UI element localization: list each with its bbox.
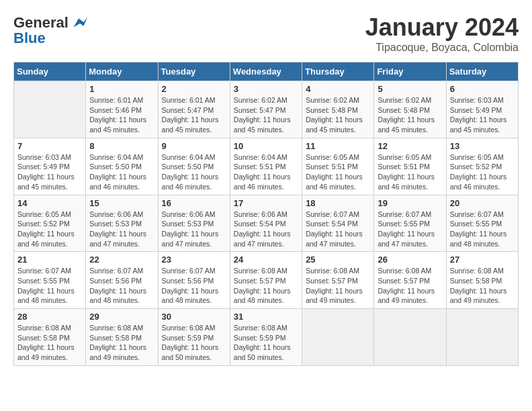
day-info: Sunrise: 6:08 AMSunset: 5:58 PMDaylight:…: [450, 266, 515, 306]
calendar-cell: 22Sunrise: 6:07 AMSunset: 5:56 PMDayligh…: [86, 252, 158, 309]
calendar-cell: 31Sunrise: 6:08 AMSunset: 5:59 PMDayligh…: [230, 309, 302, 366]
logo-blue-text: Blue: [13, 30, 46, 47]
day-number: 25: [306, 255, 370, 265]
day-info: Sunrise: 6:08 AMSunset: 5:58 PMDaylight:…: [89, 323, 154, 363]
calendar-cell: 6Sunrise: 6:03 AMSunset: 5:49 PMDaylight…: [446, 81, 518, 138]
day-info: Sunrise: 6:08 AMSunset: 5:57 PMDaylight:…: [306, 266, 370, 306]
logo-bird-icon: [70, 13, 89, 32]
day-number: 10: [234, 141, 298, 151]
day-header-wednesday: Wednesday: [230, 62, 302, 81]
calendar-cell: 12Sunrise: 6:05 AMSunset: 5:51 PMDayligh…: [374, 138, 446, 195]
calendar-cell: 27Sunrise: 6:08 AMSunset: 5:58 PMDayligh…: [446, 252, 518, 309]
day-info: Sunrise: 6:07 AMSunset: 5:55 PMDaylight:…: [17, 266, 82, 306]
day-header-friday: Friday: [374, 62, 446, 81]
day-number: 30: [162, 312, 226, 322]
day-info: Sunrise: 6:05 AMSunset: 5:51 PMDaylight:…: [378, 152, 442, 192]
day-info: Sunrise: 6:08 AMSunset: 5:57 PMDaylight:…: [378, 266, 442, 306]
day-info: Sunrise: 6:07 AMSunset: 5:55 PMDaylight:…: [378, 210, 442, 249]
day-number: 16: [162, 198, 226, 208]
day-number: 12: [378, 141, 442, 151]
calendar-cell: [302, 309, 374, 366]
calendar-cell: 29Sunrise: 6:08 AMSunset: 5:58 PMDayligh…: [86, 309, 158, 366]
day-info: Sunrise: 6:03 AMSunset: 5:49 PMDaylight:…: [450, 95, 515, 135]
calendar-cell: 1Sunrise: 6:01 AMSunset: 5:46 PMDaylight…: [86, 81, 158, 138]
calendar-cell: 14Sunrise: 6:05 AMSunset: 5:52 PMDayligh…: [14, 195, 86, 252]
day-number: 19: [378, 198, 442, 208]
calendar-table: SundayMondayTuesdayWednesdayThursdayFrid…: [13, 62, 519, 366]
day-number: 20: [450, 198, 515, 208]
day-info: Sunrise: 6:06 AMSunset: 5:53 PMDaylight:…: [162, 210, 226, 249]
day-header-thursday: Thursday: [302, 62, 374, 81]
calendar-cell: 7Sunrise: 6:03 AMSunset: 5:49 PMDaylight…: [14, 138, 86, 195]
day-number: 8: [89, 141, 154, 151]
header: General Blue January 2024 Tipacoque, Boy…: [13, 13, 519, 54]
week-row-1: 1Sunrise: 6:01 AMSunset: 5:46 PMDaylight…: [14, 81, 519, 138]
day-number: 6: [450, 84, 515, 94]
day-header-tuesday: Tuesday: [158, 62, 230, 81]
calendar-cell: 17Sunrise: 6:06 AMSunset: 5:54 PMDayligh…: [230, 195, 302, 252]
day-info: Sunrise: 6:08 AMSunset: 5:59 PMDaylight:…: [162, 323, 226, 363]
day-number: 31: [234, 312, 298, 322]
calendar-cell: 30Sunrise: 6:08 AMSunset: 5:59 PMDayligh…: [158, 309, 230, 366]
day-number: 22: [89, 255, 154, 265]
day-number: 13: [450, 141, 515, 151]
day-info: Sunrise: 6:05 AMSunset: 5:52 PMDaylight:…: [17, 210, 82, 249]
calendar-cell: [374, 309, 446, 366]
day-number: 7: [17, 141, 82, 151]
calendar-cell: 10Sunrise: 6:04 AMSunset: 5:51 PMDayligh…: [230, 138, 302, 195]
day-number: 18: [306, 198, 370, 208]
day-info: Sunrise: 6:04 AMSunset: 5:51 PMDaylight:…: [234, 152, 298, 192]
day-info: Sunrise: 6:04 AMSunset: 5:50 PMDaylight:…: [162, 152, 226, 192]
calendar-cell: [446, 309, 518, 366]
day-header-saturday: Saturday: [446, 62, 518, 81]
day-number: 3: [234, 84, 298, 94]
day-number: 5: [378, 84, 442, 94]
calendar-cell: 16Sunrise: 6:06 AMSunset: 5:53 PMDayligh…: [158, 195, 230, 252]
day-header-sunday: Sunday: [14, 62, 86, 81]
calendar-cell: 19Sunrise: 6:07 AMSunset: 5:55 PMDayligh…: [374, 195, 446, 252]
day-info: Sunrise: 6:02 AMSunset: 5:48 PMDaylight:…: [378, 95, 442, 135]
day-info: Sunrise: 6:07 AMSunset: 5:56 PMDaylight:…: [89, 266, 154, 306]
day-info: Sunrise: 6:06 AMSunset: 5:54 PMDaylight:…: [234, 210, 298, 249]
week-row-5: 28Sunrise: 6:08 AMSunset: 5:58 PMDayligh…: [14, 309, 519, 366]
day-number: 23: [162, 255, 226, 265]
calendar-cell: 18Sunrise: 6:07 AMSunset: 5:54 PMDayligh…: [302, 195, 374, 252]
day-number: 29: [89, 312, 154, 322]
calendar-cell: [14, 81, 86, 138]
day-number: 17: [234, 198, 298, 208]
day-info: Sunrise: 6:04 AMSunset: 5:50 PMDaylight:…: [89, 152, 154, 192]
calendar-cell: 26Sunrise: 6:08 AMSunset: 5:57 PMDayligh…: [374, 252, 446, 309]
day-number: 4: [306, 84, 370, 94]
day-info: Sunrise: 6:06 AMSunset: 5:53 PMDaylight:…: [89, 210, 154, 249]
day-number: 14: [17, 198, 82, 208]
calendar-cell: 28Sunrise: 6:08 AMSunset: 5:58 PMDayligh…: [14, 309, 86, 366]
day-number: 15: [89, 198, 154, 208]
calendar-cell: 5Sunrise: 6:02 AMSunset: 5:48 PMDaylight…: [374, 81, 446, 138]
calendar-cell: 21Sunrise: 6:07 AMSunset: 5:55 PMDayligh…: [14, 252, 86, 309]
calendar-cell: 9Sunrise: 6:04 AMSunset: 5:50 PMDaylight…: [158, 138, 230, 195]
day-info: Sunrise: 6:01 AMSunset: 5:46 PMDaylight:…: [89, 95, 154, 135]
day-number: 27: [450, 255, 515, 265]
calendar-cell: 25Sunrise: 6:08 AMSunset: 5:57 PMDayligh…: [302, 252, 374, 309]
calendar-cell: 4Sunrise: 6:02 AMSunset: 5:48 PMDaylight…: [302, 81, 374, 138]
day-number: 9: [162, 141, 226, 151]
week-row-4: 21Sunrise: 6:07 AMSunset: 5:55 PMDayligh…: [14, 252, 519, 309]
day-number: 24: [234, 255, 298, 265]
title-area: January 2024 Tipacoque, Boyaca, Colombia: [365, 13, 519, 54]
calendar-cell: 13Sunrise: 6:05 AMSunset: 5:52 PMDayligh…: [446, 138, 518, 195]
day-info: Sunrise: 6:07 AMSunset: 5:55 PMDaylight:…: [450, 210, 515, 249]
month-title: January 2024: [365, 13, 519, 42]
calendar-cell: 23Sunrise: 6:07 AMSunset: 5:56 PMDayligh…: [158, 252, 230, 309]
day-number: 28: [17, 312, 82, 322]
calendar-cell: 20Sunrise: 6:07 AMSunset: 5:55 PMDayligh…: [446, 195, 518, 252]
calendar-cell: 2Sunrise: 6:01 AMSunset: 5:47 PMDaylight…: [158, 81, 230, 138]
day-info: Sunrise: 6:02 AMSunset: 5:48 PMDaylight:…: [306, 95, 370, 135]
day-header-monday: Monday: [86, 62, 158, 81]
day-info: Sunrise: 6:03 AMSunset: 5:49 PMDaylight:…: [17, 152, 82, 192]
day-info: Sunrise: 6:07 AMSunset: 5:56 PMDaylight:…: [162, 266, 226, 306]
day-info: Sunrise: 6:08 AMSunset: 5:58 PMDaylight:…: [17, 323, 82, 363]
day-number: 2: [162, 84, 226, 94]
logo: General Blue: [13, 13, 89, 47]
days-header-row: SundayMondayTuesdayWednesdayThursdayFrid…: [14, 62, 519, 81]
day-info: Sunrise: 6:08 AMSunset: 5:57 PMDaylight:…: [234, 266, 298, 306]
